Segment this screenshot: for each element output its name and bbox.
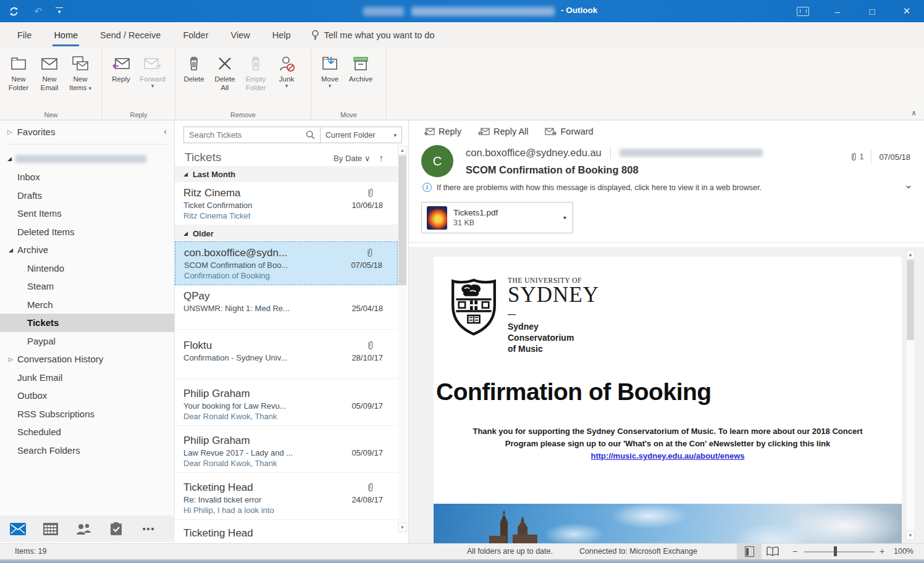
scroll-up-button[interactable]: ▲ [906, 250, 915, 259]
sidebar-item-archive[interactable]: ◢Archive [0, 241, 174, 259]
zoom-level[interactable]: 100% [894, 547, 914, 556]
sidebar-item-inbox[interactable]: Inbox [0, 168, 174, 186]
tab-home[interactable]: Home [43, 22, 89, 48]
reply-all-button[interactable]: Reply All [477, 127, 528, 136]
search-box[interactable] [183, 127, 321, 143]
send-receive-icon[interactable] [6, 4, 21, 19]
tab-view[interactable]: View [220, 22, 261, 48]
group-label-move: Move [311, 111, 386, 119]
tab-file[interactable]: File [6, 22, 43, 48]
scroll-down-button[interactable]: ▼ [398, 523, 407, 532]
sidebar-item-tickets[interactable]: Tickets [0, 314, 174, 332]
window-title: - Outlook [561, 6, 597, 15]
tab-send-receive[interactable]: Send / Receive [89, 22, 172, 48]
reply-all-icon [477, 127, 490, 136]
empty-folder-button[interactable]: EmptyFolder [241, 53, 271, 94]
expand-icon[interactable]: ▷ [9, 356, 17, 362]
list-item-selected[interactable]: con.boxoffice@sydn... SCOM Confirmation … [175, 241, 398, 285]
minimize-folder-pane-icon[interactable]: ‹ [164, 127, 167, 136]
sidebar-item-merch[interactable]: Merch [0, 296, 174, 314]
chevron-down-icon[interactable]: ⌄ [904, 178, 913, 191]
info-text[interactable]: If there are problems with how this mess… [437, 183, 762, 192]
list-item[interactable]: Ritz Cinema Ticket Confirmation10/06/18 … [175, 182, 398, 225]
tasks-module-button[interactable] [108, 521, 124, 537]
sidebar-item-outbox[interactable]: Outbox [0, 386, 174, 405]
people-module-button[interactable] [75, 521, 91, 537]
junk-button[interactable]: Junk▾ [272, 53, 301, 90]
attachment-dropdown-icon[interactable]: ▾ [563, 214, 566, 221]
collapse-icon[interactable]: ◢ [7, 156, 12, 162]
sidebar-item-paypal[interactable]: Paypal [0, 332, 174, 351]
favorites-header[interactable]: ▷ Favorites ‹ [0, 120, 174, 143]
mail-module-button[interactable] [10, 521, 26, 537]
tell-me-box[interactable]: Tell me what you want to do [311, 30, 435, 41]
reply-button[interactable]: Reply [424, 127, 461, 136]
scroll-thumb[interactable] [398, 156, 406, 285]
sidebar-item-conversation-history[interactable]: ▷Conversation History [0, 350, 174, 369]
collapse-icon[interactable]: ◢ [183, 171, 188, 177]
zoom-slider-track[interactable] [804, 551, 875, 553]
zoom-out-button[interactable]: − [792, 546, 797, 556]
sidebar-item-nintendo[interactable]: Nintendo [0, 259, 174, 278]
delete-button[interactable]: Delete [179, 53, 209, 85]
search-scope-dropdown[interactable]: Current Folder ▾ [321, 127, 402, 143]
close-button[interactable]: ✕ [889, 0, 924, 22]
customize-quick-access-icon[interactable]: ▾ [56, 7, 63, 15]
new-folder-button[interactable]: NewFolder [4, 53, 33, 94]
group-header-last-month[interactable]: ◢ Last Month [175, 166, 398, 182]
attachment-chip[interactable]: Tickets1.pdf 31 KB ▾ [421, 202, 573, 233]
group-header-older[interactable]: ◢ Older [175, 225, 398, 241]
list-item[interactable]: Philip Graham Your booking for Law Revu.… [175, 379, 398, 426]
sidebar-item-rss-subscriptions[interactable]: RSS Subscriptions [0, 405, 174, 423]
zoom-slider-handle[interactable] [834, 546, 837, 556]
zoom-in-button[interactable]: + [880, 546, 884, 556]
tab-folder[interactable]: Folder [172, 22, 219, 48]
maximize-button[interactable]: □ [855, 0, 889, 22]
scroll-down-button[interactable]: ▼ [906, 531, 915, 540]
enews-link[interactable]: http://music.sydney.edu.au/about/enews [434, 451, 902, 461]
tab-help[interactable]: Help [261, 22, 302, 48]
sender-email[interactable]: con.boxoffice@sydney.edu.au [466, 147, 602, 159]
undo-icon[interactable]: ↶ [31, 4, 46, 19]
forward-button[interactable]: Forward [545, 127, 594, 136]
normal-view-button[interactable] [737, 544, 762, 559]
scroll-up-button[interactable]: ▲ [398, 146, 407, 155]
forward-button[interactable]: Forward▾ [137, 53, 168, 90]
reading-scrollbar[interactable]: ▲ ▼ [905, 249, 915, 541]
account-header[interactable]: ◢ [0, 149, 174, 168]
list-item[interactable]: Ticketing Head Re: Invalid ticket error2… [175, 473, 398, 520]
calendar-module-button[interactable] [43, 521, 59, 537]
minimize-button[interactable]: – [820, 0, 855, 22]
list-item[interactable]: Philip Graham Law Revue 2017 - Lady and … [175, 426, 398, 473]
sidebar-item-search-folders[interactable]: Search Folders [0, 441, 174, 460]
scroll-thumb[interactable] [907, 260, 914, 340]
sidebar-item-sent-items[interactable]: Sent Items [0, 204, 174, 223]
sidebar-item-drafts[interactable]: Drafts [0, 186, 174, 205]
list-item[interactable]: Floktu Confirmation - Sydney Univ...28/1… [175, 330, 398, 379]
sidebar-item-deleted-items[interactable]: Deleted Items [0, 223, 174, 241]
list-item[interactable]: Ticketing Head [175, 520, 398, 543]
sort-direction-button[interactable]: ↑ [379, 152, 400, 163]
delete-all-button[interactable]: DeleteAll [210, 53, 240, 94]
move-button[interactable]: Move▾ [315, 53, 345, 90]
search-icon[interactable] [306, 130, 320, 140]
new-items-button[interactable]: NewItems ▾ [65, 53, 95, 94]
more-modules-button[interactable]: ••• [141, 521, 157, 537]
collapse-icon[interactable]: ◢ [9, 247, 17, 253]
group-label-reply: Reply [103, 111, 175, 119]
collapse-ribbon-icon[interactable]: ∧ [911, 109, 917, 117]
collapse-icon[interactable]: ◢ [183, 230, 188, 236]
reading-view-button[interactable] [766, 546, 779, 557]
list-scrollbar[interactable]: ▲ ▼ [398, 146, 407, 532]
expand-icon[interactable]: ▷ [7, 128, 12, 135]
list-item[interactable]: QPay UNSWMR: Night 1: Med Re...25/04/18 [175, 285, 398, 330]
sidebar-item-steam[interactable]: Steam [0, 277, 174, 296]
ribbon-display-options-button[interactable] [786, 0, 820, 22]
archive-button[interactable]: Archive [346, 53, 376, 85]
search-input[interactable] [184, 130, 306, 140]
sidebar-item-scheduled[interactable]: Scheduled [0, 423, 174, 441]
reply-button[interactable]: Reply [106, 53, 136, 85]
new-email-button[interactable]: NewEmail [35, 53, 64, 94]
sort-by-dropdown[interactable]: By Date ∨ [334, 154, 379, 163]
sidebar-item-junk-email[interactable]: Junk Email [0, 369, 174, 387]
